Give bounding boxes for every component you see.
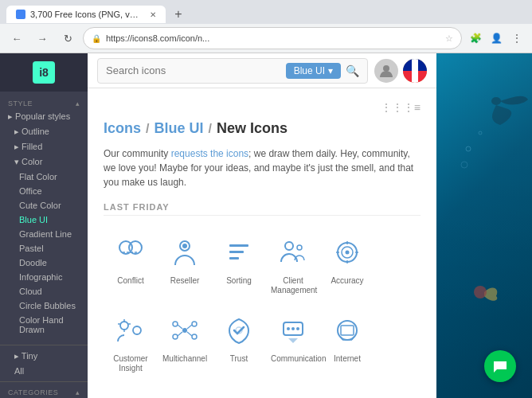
tab-label: 3,700 Free Icons (PNG, vector... (30, 10, 142, 19)
browser-tab[interactable]: 3,700 Free Icons (PNG, vector... ✕ (6, 6, 166, 23)
svg-rect-11 (229, 257, 239, 259)
svg-point-28 (173, 322, 178, 326)
filter-button[interactable]: Blue UI ▾ (286, 63, 341, 79)
bookmark-icon[interactable]: ☆ (445, 33, 453, 44)
svg-line-34 (178, 332, 182, 336)
svg-line-32 (178, 325, 182, 329)
icon-trust[interactable]: Trust (212, 303, 266, 381)
sidebar-item-filled[interactable]: ▸ Filled (0, 139, 88, 154)
icon-accuracy[interactable]: Accuracy (320, 225, 374, 303)
communication-icon-img (274, 311, 312, 349)
address-bar[interactable]: 🔒 https://icons8.com/icon/n... ☆ (83, 27, 462, 49)
svg-point-12 (285, 242, 293, 250)
header-icons (374, 59, 427, 83)
sidebar-item-blue-ui[interactable]: Blue UI (0, 213, 88, 227)
icon-communication[interactable]: Communication (266, 303, 320, 381)
browser-chrome: 3,700 Free Icons (PNG, vector... ✕ + ← →… (0, 0, 532, 53)
svg-point-21 (120, 322, 128, 330)
conflict-svg (115, 236, 147, 268)
app-header: Blue UI ▾ 🔍 (88, 53, 436, 88)
icon-reseller[interactable]: Reseller (158, 225, 212, 303)
svg-point-66 (474, 286, 487, 298)
browser-actions: 🧩 👤 ⋮ (467, 29, 526, 47)
bg-overlay (436, 53, 532, 398)
sidebar-item-tiny[interactable]: ▸ Tiny (0, 349, 88, 364)
bg-panel (436, 53, 532, 398)
sidebar-item-doodle[interactable]: Doodle (0, 256, 88, 270)
tab-close-btn[interactable]: ✕ (150, 10, 156, 19)
grid-view-button[interactable]: ⋮⋮⋮ (381, 101, 414, 114)
icon-sorting[interactable]: Sorting (212, 225, 266, 303)
user-icon[interactable]: 👤 (487, 29, 505, 47)
icon-client-mgmt[interactable]: Client Management (266, 225, 320, 303)
extensions-icon[interactable]: 🧩 (467, 29, 484, 47)
svg-rect-42 (341, 326, 354, 335)
reload-button[interactable]: ↻ (57, 28, 78, 49)
icon-multichannel[interactable]: Multichannel (158, 303, 212, 381)
client-mgmt-label: Client Management (271, 276, 315, 295)
breadcrumb-current: New Icons (217, 120, 288, 137)
icon-conflict[interactable]: Conflict (104, 225, 158, 303)
forward-button[interactable]: → (32, 28, 53, 49)
sidebar-item-cloud[interactable]: Cloud (0, 284, 88, 298)
sidebar-item-gradient-line[interactable]: Gradient Line (0, 227, 88, 241)
svg-line-44 (352, 337, 354, 340)
menu-icon[interactable]: ⋮ (508, 29, 526, 47)
svg-point-65 (491, 97, 501, 105)
reseller-svg (169, 236, 201, 268)
sidebar-item-cute-color[interactable]: Cute Color (0, 198, 88, 213)
icon-customer-insight[interactable]: Customer Insight (104, 303, 158, 381)
list-view-button[interactable]: ≡ (414, 101, 421, 114)
icon-internet[interactable]: Internet (320, 303, 374, 381)
main-content: ⋮⋮⋮ ≡ Icons / Blue UI / New Icons Our co… (88, 88, 436, 398)
sidebar-item-office[interactable]: Office (0, 184, 88, 198)
search-box[interactable]: Blue UI ▾ 🔍 (97, 58, 368, 84)
communication-label: Communication (271, 354, 315, 364)
svg-rect-3 (412, 59, 418, 83)
new-tab-button[interactable]: + (169, 5, 188, 24)
tab-bar: 3,700 Free Icons (PNG, vector... ✕ + (0, 0, 532, 24)
breadcrumb: Icons / Blue UI / New Icons (104, 120, 421, 137)
svg-point-13 (297, 245, 302, 250)
sidebar-item-flat-color[interactable]: Flat Color (0, 170, 88, 184)
sidebar-logo: i8 (0, 53, 88, 92)
svg-line-35 (187, 332, 192, 336)
section-title-last-friday: LAST FRIDAY (104, 202, 421, 216)
filter-label: Blue UI (294, 65, 325, 76)
svg-rect-9 (229, 244, 248, 247)
content-header-row: ⋮⋮⋮ ≡ (104, 101, 421, 114)
multichannel-svg (169, 314, 201, 346)
breadcrumb-blue-ui[interactable]: Blue UI (154, 120, 203, 137)
sidebar-item-circle-bubbles[interactable]: Circle Bubbles (0, 298, 88, 313)
favicon (16, 10, 25, 19)
sidebar-item-infographic[interactable]: Infographic (0, 270, 88, 284)
sidebar-item-pastel[interactable]: Pastel (0, 241, 88, 256)
accuracy-label: Accuracy (325, 276, 370, 286)
svg-rect-10 (229, 251, 244, 253)
search-input[interactable] (106, 64, 281, 76)
breadcrumb-sep-1: / (146, 122, 149, 136)
svg-line-33 (187, 325, 192, 329)
multichannel-icon-img (166, 311, 204, 349)
sidebar-item-color[interactable]: ▾ Color (0, 154, 88, 170)
trust-svg (223, 314, 255, 346)
sorting-svg (223, 236, 255, 268)
back-button[interactable]: ← (6, 28, 27, 49)
search-button[interactable]: 🔍 (346, 64, 359, 77)
user-avatar-2[interactable] (403, 59, 427, 83)
client-mgmt-svg (277, 236, 309, 268)
avatar-icon (378, 63, 394, 79)
ssl-icon: 🔒 (92, 34, 101, 43)
chat-bubble[interactable] (484, 350, 516, 382)
internet-label: Internet (325, 354, 370, 364)
breadcrumb-icons[interactable]: Icons (104, 120, 141, 137)
user-avatar-1[interactable] (374, 59, 398, 83)
sidebar-item-color-hand-drawn[interactable]: Color Hand Drawn (0, 313, 88, 337)
client-mgmt-icon-img (274, 233, 312, 271)
svg-point-0 (383, 65, 389, 72)
sidebar-item-popular[interactable]: ▸ Popular styles (0, 109, 88, 124)
internet-icon-img (328, 311, 366, 349)
sidebar-item-all[interactable]: All (0, 364, 88, 378)
requests-link[interactable]: requests the icons (171, 148, 248, 159)
sidebar-item-outline[interactable]: ▸ Outline (0, 124, 88, 139)
